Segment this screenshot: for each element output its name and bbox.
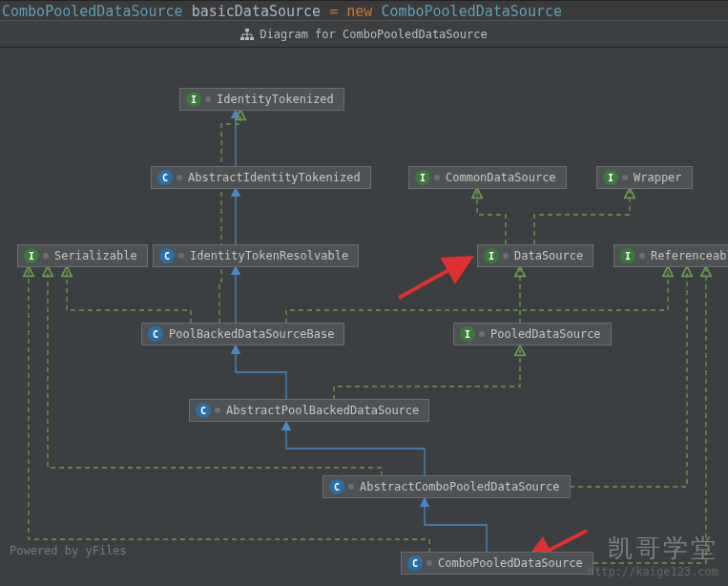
modifier-icon: [426, 560, 432, 566]
svg-rect-2: [245, 37, 249, 40]
code-type-2: ComboPooledDataSource: [381, 3, 562, 20]
powered-by-label: Powered by yFiles: [10, 544, 127, 557]
node-combo-pooled-data-source[interactable]: C ComboPooledDataSource: [401, 552, 593, 575]
node-pooled-data-source[interactable]: I PooledDataSource: [453, 323, 612, 345]
node-pool-backed-data-source-base[interactable]: C PoolBackedDataSourceBase: [141, 323, 344, 345]
modifier-icon: [479, 331, 485, 337]
node-abstract-identity-tokenized[interactable]: C AbstractIdentityTokenized: [151, 166, 371, 189]
class-icon: C: [157, 170, 173, 185]
node-label: PoolBackedDataSourceBase: [169, 327, 334, 341]
interface-icon: I: [415, 170, 430, 185]
node-label: AbstractPoolBackedDataSource: [226, 404, 419, 417]
interface-icon: I: [603, 170, 618, 185]
node-label: DataSource: [514, 249, 583, 262]
node-label: ComboPooledDataSource: [438, 556, 583, 570]
code-var: basicDataSource: [192, 3, 321, 20]
watermark-url: http://kaige123.com: [588, 565, 718, 578]
watermark: 凯哥学堂 http://kaige123.com: [588, 532, 718, 578]
modifier-icon: [434, 175, 440, 180]
node-label: IdentityTokenized: [217, 93, 334, 106]
tab-label: Diagram for ComboPooledDataSource: [260, 28, 487, 41]
node-label: Serializable: [54, 249, 137, 262]
svg-rect-1: [240, 37, 244, 40]
modifier-icon: [178, 253, 184, 259]
node-label: IdentityTokenResolvable: [190, 249, 348, 262]
node-label: Referenceable: [651, 249, 728, 262]
node-serializable[interactable]: I Serializable: [17, 244, 148, 267]
modifier-icon: [348, 484, 354, 490]
code-type: ComboPooledDataSource: [2, 3, 183, 20]
node-common-data-source[interactable]: I CommonDataSource: [408, 166, 567, 189]
node-label: AbstractComboPooledDataSource: [360, 480, 560, 493]
node-abstract-pool-backed-data-source[interactable]: C AbstractPoolBackedDataSource: [189, 399, 429, 422]
node-data-source[interactable]: I DataSource: [477, 244, 593, 267]
class-icon: C: [196, 403, 211, 418]
edges-layer: [0, 48, 728, 586]
svg-rect-3: [250, 37, 254, 40]
interface-icon: I: [620, 248, 635, 263]
diagram-canvas[interactable]: I IdentityTokenized C AbstractIdentityTo…: [0, 48, 728, 586]
interface-icon: I: [24, 248, 39, 263]
node-abstract-combo-pooled-data-source[interactable]: C AbstractComboPooledDataSource: [322, 475, 571, 498]
svg-rect-0: [245, 29, 249, 31]
node-label: PooledDataSource: [490, 327, 601, 341]
modifier-icon: [205, 96, 211, 102]
class-icon: C: [329, 479, 344, 494]
diagram-icon: [240, 29, 254, 40]
modifier-icon: [503, 253, 509, 259]
tab-bar: Diagram for ComboPooledDataSource: [0, 21, 728, 48]
code-line: ComboPooledDataSource basicDataSource = …: [0, 0, 728, 21]
node-label: Wrapper: [634, 171, 682, 184]
class-icon: C: [148, 326, 163, 342]
modifier-icon: [215, 408, 220, 413]
modifier-icon: [639, 253, 645, 259]
modifier-icon: [43, 253, 49, 259]
watermark-cn: 凯哥学堂: [588, 532, 718, 565]
code-keyword: new: [346, 3, 372, 20]
modifier-icon: [177, 175, 182, 180]
interface-icon: I: [460, 326, 475, 342]
interface-icon: I: [186, 92, 201, 107]
node-label: AbstractIdentityTokenized: [188, 171, 361, 184]
class-icon: C: [159, 248, 175, 263]
code-op: =: [329, 3, 338, 20]
node-label: CommonDataSource: [446, 171, 556, 184]
interface-icon: I: [484, 248, 499, 263]
class-icon: C: [407, 555, 423, 571]
node-wrapper[interactable]: I Wrapper: [596, 166, 693, 189]
node-referenceable[interactable]: I Referenceable: [614, 244, 728, 267]
modifier-icon: [622, 175, 628, 180]
node-identity-token-resolvable[interactable]: C IdentityTokenResolvable: [153, 244, 359, 267]
node-identity-tokenized[interactable]: I IdentityTokenized: [179, 88, 344, 111]
